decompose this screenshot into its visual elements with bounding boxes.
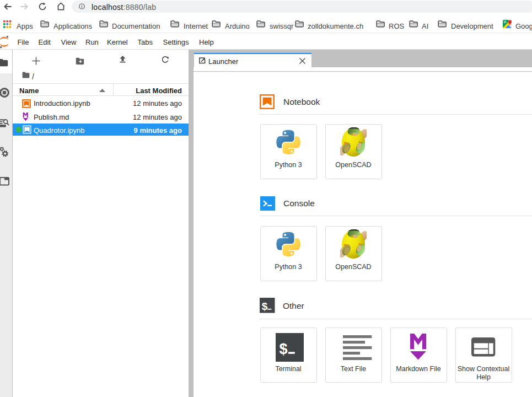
svg-text:$: $: [280, 341, 288, 357]
svg-text:$: $: [262, 301, 268, 312]
